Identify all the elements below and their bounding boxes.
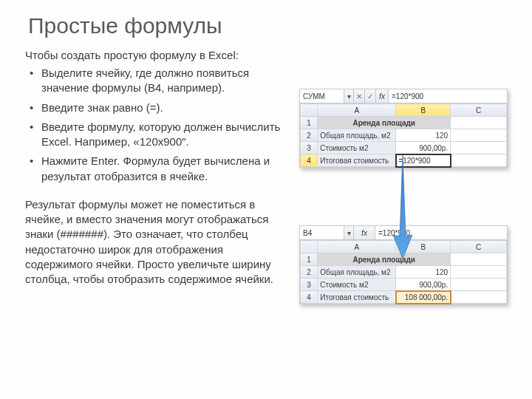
name-box[interactable]: СУММ	[300, 89, 344, 103]
spreadsheet-grid: A B C 1 Аренда площади 2 Общая площадь, …	[300, 103, 507, 167]
intro-text: Чтобы создать простую формулу в Excel:	[25, 49, 291, 61]
row-header[interactable]: 2	[301, 129, 318, 142]
excel-screenshot-result: B4 ▾ fx =120*900 A B C 1 Аренда площади …	[299, 225, 508, 304]
cell[interactable]	[451, 279, 507, 291]
col-header[interactable]: C	[451, 241, 507, 253]
row-header[interactable]: 3	[301, 279, 318, 291]
cell[interactable]	[451, 253, 507, 266]
name-box[interactable]: B4	[300, 226, 344, 239]
col-header[interactable]: B	[396, 104, 451, 117]
cell[interactable]: Итоговая стоимость	[318, 291, 396, 304]
row-header[interactable]: 4	[301, 154, 318, 167]
cell[interactable]	[451, 117, 507, 129]
cell[interactable]	[451, 154, 507, 167]
step-item: Выделите ячейку, где должно появиться зн…	[35, 66, 291, 96]
cell[interactable]: Итоговая стоимость	[318, 154, 396, 167]
confirm-icon[interactable]: ✓	[365, 89, 376, 103]
cell[interactable]	[451, 291, 507, 304]
cell[interactable]: Аренда площади	[318, 253, 451, 266]
cell[interactable]: Аренда площади	[318, 117, 451, 129]
cell[interactable]	[451, 266, 507, 279]
cell[interactable]: Общая площадь, м2	[318, 129, 396, 142]
steps-list: Выделите ячейку, где должно появиться зн…	[25, 66, 291, 184]
cell[interactable]: Общая площадь, м2	[318, 266, 396, 279]
fx-icon[interactable]: fx	[354, 226, 375, 239]
note-text: Результат формулы может не поместиться в…	[25, 197, 291, 287]
step-item: Введите формулу, которую должен вычислит…	[35, 120, 291, 150]
formula-bar[interactable]: =120*900	[389, 89, 507, 103]
select-all-corner[interactable]	[301, 104, 318, 117]
cell[interactable]: 120	[396, 129, 451, 142]
fx-icon[interactable]: fx	[376, 89, 389, 103]
active-cell[interactable]: 108 000,00р.	[396, 291, 451, 304]
row-header[interactable]: 1	[301, 253, 318, 266]
slide-title: Простые формулы	[28, 13, 510, 38]
cancel-icon[interactable]: ✕	[354, 89, 365, 103]
cell[interactable]	[451, 129, 507, 142]
cell[interactable]: 120	[396, 266, 451, 279]
spreadsheet-grid: A B C 1 Аренда площади 2 Общая площадь, …	[300, 240, 507, 304]
cell[interactable]: 900,00р.	[396, 142, 451, 154]
name-box-dropdown-icon[interactable]: ▾	[344, 226, 354, 239]
cell[interactable]: 900,00р.	[396, 279, 451, 291]
step-item: Нажмите Enter. Формула будет вычислена и…	[35, 154, 291, 184]
formula-bar[interactable]: =120*900	[375, 226, 507, 239]
cell[interactable]: Стоимость м2	[318, 279, 396, 291]
name-box-dropdown-icon[interactable]: ▾	[344, 89, 354, 103]
step-item: Введите знак равно (=).	[35, 100, 291, 115]
excel-screenshot-editing: СУММ ▾ ✕ ✓ fx =120*900 A B C 1 Аренда пл…	[299, 89, 508, 168]
row-header[interactable]: 1	[301, 117, 318, 129]
col-header[interactable]: C	[451, 104, 507, 117]
row-header[interactable]: 3	[301, 142, 318, 154]
row-header[interactable]: 2	[301, 266, 318, 279]
select-all-corner[interactable]	[301, 241, 318, 253]
col-header[interactable]: A	[318, 104, 396, 117]
active-cell[interactable]: =120*900	[396, 154, 451, 167]
cell[interactable]	[451, 142, 507, 154]
cell[interactable]: Стоимость м2	[318, 142, 396, 154]
col-header[interactable]: A	[318, 241, 396, 253]
col-header[interactable]: B	[396, 241, 451, 253]
row-header[interactable]: 4	[301, 291, 318, 304]
